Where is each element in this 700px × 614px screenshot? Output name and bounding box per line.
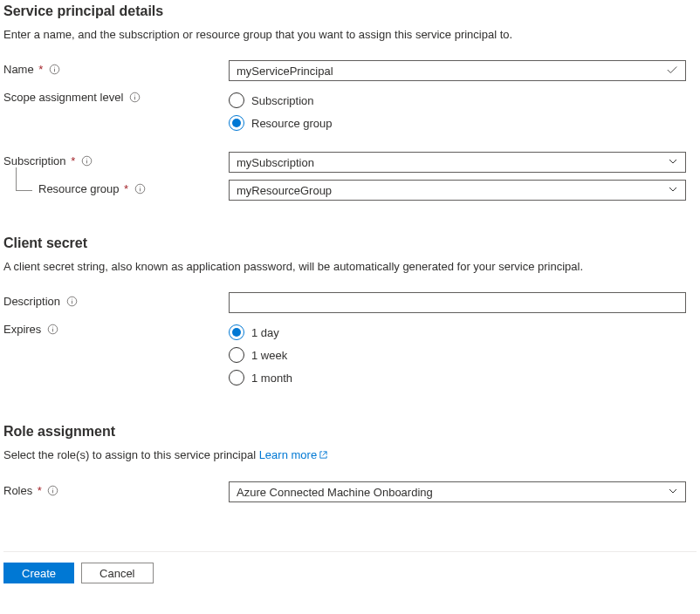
subscription-label: Subscription * bbox=[3, 152, 229, 167]
svg-point-4 bbox=[134, 95, 135, 96]
learn-more-link[interactable]: Learn more bbox=[259, 448, 328, 461]
section-heading-spd: Service principal details bbox=[3, 3, 697, 19]
svg-line-18 bbox=[323, 452, 327, 456]
radio-expires-1month[interactable]: 1 month bbox=[229, 366, 686, 389]
chevron-down-icon bbox=[668, 184, 678, 197]
check-icon bbox=[666, 64, 678, 78]
radio-indicator bbox=[229, 347, 244, 363]
section-heading-role: Role assignment bbox=[3, 424, 697, 440]
name-field[interactable]: myServicePrincipal bbox=[229, 60, 686, 81]
section-desc-role: Select the role(s) to assign to this ser… bbox=[3, 448, 697, 462]
expires-label: Expires bbox=[3, 320, 229, 336]
svg-point-7 bbox=[86, 159, 87, 160]
info-icon[interactable] bbox=[80, 155, 93, 167]
info-icon[interactable] bbox=[46, 324, 58, 336]
required-asterisk: * bbox=[68, 154, 76, 167]
section-heading-secret: Client secret bbox=[3, 235, 697, 251]
description-input[interactable] bbox=[229, 292, 686, 313]
svg-point-1 bbox=[54, 67, 55, 68]
external-link-icon bbox=[319, 449, 328, 462]
svg-point-16 bbox=[52, 327, 53, 328]
radio-indicator bbox=[229, 370, 244, 385]
required-asterisk: * bbox=[36, 63, 44, 76]
cancel-button[interactable]: Cancel bbox=[81, 563, 153, 583]
info-icon[interactable] bbox=[128, 92, 141, 104]
info-icon[interactable] bbox=[47, 485, 59, 497]
svg-point-20 bbox=[52, 488, 53, 489]
footer-actions: Create Cancel bbox=[3, 551, 697, 594]
roles-select[interactable]: Azure Connected Machine Onboarding bbox=[229, 481, 686, 502]
subscription-select[interactable]: mySubscription bbox=[229, 152, 686, 173]
radio-indicator bbox=[229, 324, 244, 340]
resource-group-select[interactable]: myResourceGroup bbox=[229, 180, 686, 201]
description-label: Description bbox=[3, 292, 229, 308]
radio-scope-resource-group[interactable]: Resource group bbox=[229, 112, 686, 134]
section-desc-secret: A client secret string, also known as ap… bbox=[3, 260, 697, 273]
create-button[interactable]: Create bbox=[3, 563, 74, 583]
required-asterisk: * bbox=[34, 484, 42, 497]
radio-expires-1week[interactable]: 1 week bbox=[229, 344, 686, 366]
chevron-down-icon bbox=[668, 486, 678, 499]
svg-point-10 bbox=[140, 187, 141, 188]
info-icon[interactable] bbox=[134, 183, 146, 195]
radio-scope-subscription[interactable]: Subscription bbox=[229, 89, 686, 112]
scope-label: Scope assignment level bbox=[3, 88, 229, 104]
section-desc-spd: Enter a name, and the subscription or re… bbox=[3, 28, 697, 41]
required-asterisk: * bbox=[121, 182, 129, 195]
resource-group-label: Resource group * bbox=[3, 180, 229, 195]
radio-expires-1day[interactable]: 1 day bbox=[229, 321, 686, 344]
radio-indicator bbox=[229, 115, 244, 131]
svg-point-13 bbox=[72, 299, 72, 300]
chevron-down-icon bbox=[668, 156, 678, 169]
name-label: Name * bbox=[3, 60, 229, 76]
info-icon[interactable] bbox=[48, 64, 60, 76]
radio-indicator bbox=[229, 92, 244, 108]
roles-label: Roles * bbox=[3, 481, 229, 497]
info-icon[interactable] bbox=[65, 296, 78, 308]
